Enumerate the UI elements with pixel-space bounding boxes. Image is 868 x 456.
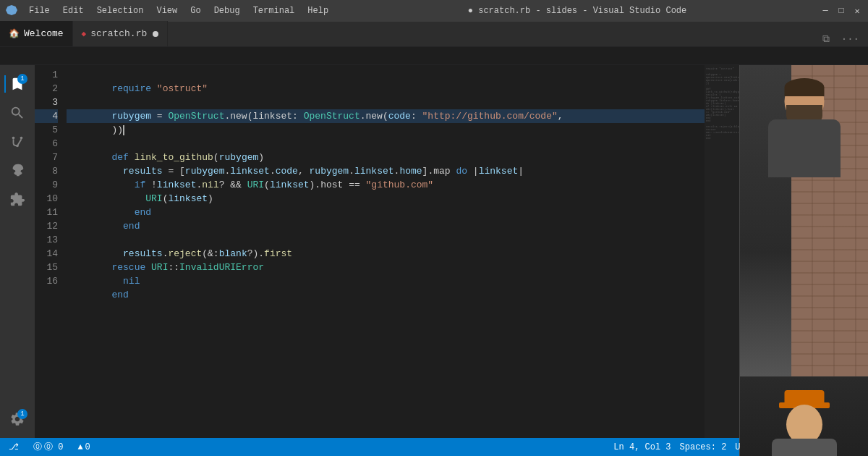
menu-view[interactable]: View [150, 4, 183, 17]
code-editor[interactable]: require "ostruct" rubygem = OpenStruct.n… [64, 65, 705, 438]
warning-icon: ▲ [77, 442, 82, 452]
activity-badge: 1 [17, 74, 27, 84]
tab-welcome-label: Welcome [24, 28, 64, 39]
activity-settings[interactable]: 1 [4, 406, 30, 432]
tab-bar: 🏠 Welcome ◆ scratch.rb ⧉ ··· [0, 22, 868, 47]
code-line-12 [67, 219, 705, 233]
menu-file[interactable]: File [23, 4, 56, 17]
menu-terminal[interactable]: Terminal [247, 4, 301, 17]
window-title: ● scratch.rb - slides - Visual Studio Co… [340, 6, 814, 16]
warning-count: 0 [85, 442, 90, 452]
error-count: ⓪ 0 [44, 441, 63, 453]
activity-search[interactable] [4, 100, 30, 126]
app-icon [6, 5, 17, 17]
titlebar: File Edit Selection View Go Debug Termin… [0, 0, 868, 22]
activity-extensions[interactable] [4, 187, 30, 213]
status-warnings[interactable]: ▲ 0 [75, 438, 93, 456]
status-spaces[interactable]: Spaces: 2 [677, 442, 730, 452]
settings-badge: 1 [17, 409, 27, 419]
code-line-3: rubygem = OpenStruct.new(linkset: OpenSt… [67, 96, 705, 109]
tab-scratch-rb[interactable]: ◆ scratch.rb [73, 21, 169, 46]
code-line-11: end [67, 206, 705, 219]
line-numbers: 1 2 3 4 5 6 7 8 9 10 11 12 13 14 15 16 [35, 65, 64, 438]
close-button[interactable]: ✕ [852, 6, 862, 16]
code-line-6: def link_to_github(rubygem) [67, 137, 705, 151]
activity-files[interactable]: 1 [4, 71, 30, 97]
error-icon: ⓪ [33, 441, 42, 453]
activity-git[interactable] [4, 129, 30, 155]
ruby-file-icon: ◆ [82, 29, 87, 38]
tab-welcome[interactable]: 🏠 Welcome [0, 21, 73, 46]
activity-bar: 1 [0, 65, 35, 438]
spaces-label: Spaces: 2 [680, 442, 727, 452]
webcam-bottom [740, 376, 868, 456]
menu-help[interactable]: Help [302, 4, 334, 17]
editor-area[interactable]: 1 2 3 4 5 6 7 8 9 10 11 12 13 14 15 16 r… [35, 65, 739, 438]
code-line-16: end [67, 274, 705, 288]
status-position[interactable]: Ln 4, Col 3 [610, 442, 673, 452]
code-line-13: results.reject(&:blank?).first [67, 233, 705, 247]
webcam-top [740, 65, 868, 376]
menu-go[interactable]: Go [184, 4, 206, 17]
svg-point-0 [12, 137, 15, 140]
tab-file-label: scratch.rb [90, 28, 147, 39]
status-git[interactable]: ⎇ [6, 438, 22, 456]
git-branch-icon: ⎇ [9, 442, 19, 452]
svg-point-1 [20, 137, 23, 140]
tabbar-actions: ⧉ ··· [814, 32, 868, 46]
window-controls: ─ □ ✕ [820, 6, 862, 16]
webcam-panel [739, 65, 868, 456]
svg-line-4 [17, 139, 22, 145]
status-bar: ⎇ ⓪ ⓪ 0 ▲ 0 Ln 4, Col 3 Spaces: 2 UTF-8 … [0, 438, 868, 456]
menu-debug[interactable]: Debug [208, 4, 246, 17]
maximize-button[interactable]: □ [836, 6, 846, 16]
tab-modified-indicator [153, 31, 158, 37]
status-errors[interactable]: ⓪ ⓪ 0 [30, 438, 66, 456]
split-editor-icon[interactable]: ⧉ [820, 32, 833, 46]
minimize-button[interactable]: ─ [820, 6, 830, 16]
menu-selection[interactable]: Selection [91, 4, 150, 17]
breadcrumb-bar [0, 47, 868, 65]
code-line-5 [67, 123, 705, 137]
activity-debug[interactable] [4, 158, 30, 184]
cursor-position: Ln 4, Col 3 [613, 442, 671, 452]
menu-edit[interactable]: Edit [57, 4, 90, 17]
activity-bar-bottom: 1 [4, 406, 30, 438]
editor-minimap: require "ostruct" rubygem = OpenStruct.n… [705, 65, 739, 438]
code-line-1: require "ostruct" [67, 68, 705, 82]
menu-bar: File Edit Selection View Go Debug Termin… [23, 4, 334, 17]
more-actions-icon[interactable]: ··· [838, 32, 862, 46]
welcome-home-icon: 🏠 [9, 28, 20, 39]
